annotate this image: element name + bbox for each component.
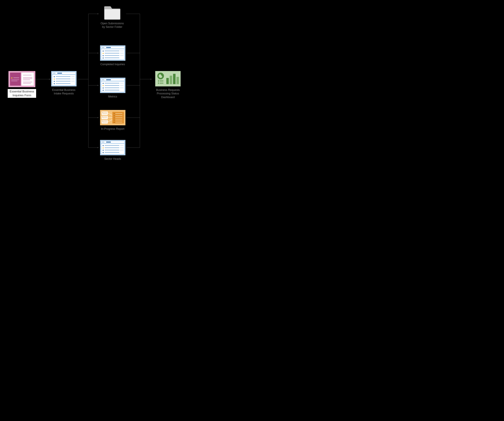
svg-rect-59 — [120, 55, 123, 56]
svg-rect-32 — [57, 73, 62, 74]
svg-point-57 — [102, 55, 104, 56]
svg-rect-72 — [105, 85, 119, 86]
svg-rect-87 — [102, 118, 107, 118]
svg-rect-84 — [102, 116, 108, 119]
svg-rect-113 — [105, 145, 119, 146]
sheet-icon — [51, 71, 77, 86]
node-inprogress-label: In-Progress Report — [100, 127, 126, 131]
svg-point-71 — [102, 85, 104, 86]
svg-rect-21 — [22, 72, 34, 86]
svg-point-68 — [102, 83, 104, 84]
svg-point-30 — [53, 73, 54, 74]
svg-point-64 — [102, 79, 103, 80]
svg-rect-134 — [173, 74, 175, 84]
svg-rect-110 — [106, 142, 111, 143]
svg-rect-119 — [105, 150, 119, 150]
svg-rect-86 — [104, 116, 107, 117]
svg-rect-53 — [120, 51, 123, 51]
folder-icon — [103, 6, 121, 20]
svg-rect-90 — [104, 121, 107, 121]
svg-rect-39 — [71, 78, 75, 79]
svg-rect-103 — [115, 120, 122, 120]
svg-rect-78 — [105, 90, 119, 90]
svg-rect-55 — [105, 53, 119, 54]
node-inprogress: In-Progress Report — [100, 110, 126, 131]
svg-rect-120 — [120, 150, 123, 150]
node-dashboard-label: Business Requests Processing Status Dash… — [152, 88, 184, 99]
svg-rect-114 — [120, 145, 123, 146]
svg-rect-41 — [56, 81, 70, 82]
form-icon — [8, 71, 35, 87]
node-completed-label: Completed Inquiries — [100, 63, 126, 66]
svg-point-43 — [54, 83, 55, 84]
svg-point-60 — [102, 58, 104, 59]
svg-rect-19 — [11, 79, 19, 80]
svg-rect-132 — [166, 78, 169, 84]
svg-point-81 — [102, 112, 103, 113]
svg-rect-76 — [120, 88, 123, 88]
svg-rect-129 — [160, 82, 163, 82]
svg-rect-69 — [105, 83, 119, 84]
svg-rect-24 — [23, 78, 32, 79]
svg-rect-25 — [23, 80, 30, 80]
node-form: Essential Business Inquiries Form — [8, 71, 36, 98]
svg-rect-22 — [23, 75, 31, 75]
svg-rect-82 — [104, 112, 107, 113]
sheet-icon — [100, 140, 126, 155]
workflow-diagram: Essential Business Inquiries Form Essent… — [0, 0, 206, 172]
svg-rect-16 — [10, 72, 21, 86]
svg-rect-126 — [158, 80, 159, 81]
svg-rect-63 — [101, 79, 124, 81]
svg-rect-44 — [56, 83, 70, 84]
svg-point-125 — [160, 75, 162, 77]
svg-rect-117 — [120, 147, 123, 148]
svg-point-54 — [102, 53, 104, 54]
svg-rect-122 — [105, 152, 119, 153]
svg-point-109 — [103, 142, 104, 143]
svg-point-40 — [54, 81, 55, 82]
report-icon — [100, 110, 126, 125]
node-folder-label: Open Submissions by Sector Folder — [99, 22, 125, 29]
node-intake: Essential Business Intake Requests — [51, 71, 77, 96]
svg-point-74 — [102, 88, 104, 89]
node-dashboard: Business Requests Processing Status Dash… — [152, 71, 184, 99]
svg-rect-27 — [23, 83, 31, 84]
dashboard-icon — [155, 71, 181, 86]
svg-rect-99 — [115, 115, 122, 116]
svg-point-37 — [54, 78, 55, 80]
svg-rect-75 — [105, 88, 119, 88]
svg-rect-58 — [105, 55, 119, 56]
svg-point-31 — [54, 73, 55, 74]
svg-point-48 — [103, 47, 104, 48]
svg-point-102 — [114, 120, 115, 121]
svg-rect-70 — [120, 83, 123, 84]
sheet-icon — [100, 45, 126, 61]
svg-rect-133 — [170, 76, 172, 84]
svg-point-115 — [102, 147, 104, 149]
svg-rect-56 — [120, 53, 123, 54]
svg-point-104 — [114, 122, 115, 123]
svg-rect-91 — [102, 122, 107, 122]
svg-rect-49 — [106, 47, 111, 48]
svg-rect-83 — [102, 113, 107, 114]
svg-point-100 — [114, 117, 115, 119]
svg-rect-97 — [115, 113, 122, 114]
svg-rect-107 — [101, 141, 124, 143]
svg-rect-88 — [102, 120, 108, 123]
svg-rect-35 — [56, 76, 70, 77]
svg-rect-128 — [158, 82, 159, 82]
svg-rect-42 — [71, 81, 75, 82]
node-intake-label: Essential Business Intake Requests — [51, 88, 77, 96]
svg-rect-18 — [13, 78, 19, 78]
svg-rect-29 — [52, 72, 75, 74]
svg-point-65 — [103, 79, 104, 80]
svg-point-108 — [102, 142, 103, 143]
node-metrics: Metrics — [100, 78, 126, 98]
svg-rect-23 — [23, 77, 32, 78]
node-sectorheads-label: Sector Heads — [100, 157, 126, 161]
svg-rect-46 — [101, 47, 124, 48]
sheet-icon — [100, 78, 126, 93]
node-completed: Completed Inquiries — [100, 45, 126, 66]
svg-rect-61 — [105, 58, 119, 58]
node-folder: Open Submissions by Sector Folder — [99, 6, 125, 29]
